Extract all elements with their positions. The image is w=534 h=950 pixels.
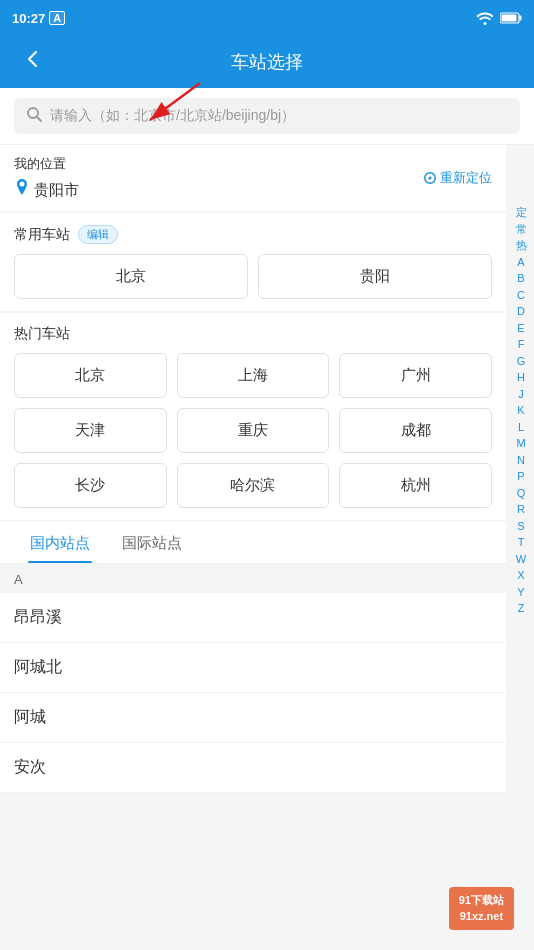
- page-title: 车站选择: [231, 50, 303, 74]
- alpha-chang[interactable]: 常: [510, 221, 532, 238]
- relocate-button[interactable]: 重新定位: [423, 169, 492, 187]
- alphabet-index: 定 常 热 A B C D E F G H J K L M N P Q R S …: [508, 200, 534, 621]
- status-bar: 10:27 A: [0, 0, 534, 36]
- hot-station-hangzhou[interactable]: 杭州: [339, 463, 492, 508]
- alpha-h[interactable]: H: [510, 369, 532, 386]
- alpha-x[interactable]: X: [510, 567, 532, 584]
- common-station-guiyang[interactable]: 贵阳: [258, 254, 492, 299]
- status-bar-right: [476, 11, 522, 25]
- hot-station-changsha[interactable]: 长沙: [14, 463, 167, 508]
- tab-international[interactable]: 国际站点: [106, 522, 198, 563]
- svg-rect-2: [502, 15, 517, 22]
- alpha-d[interactable]: D: [510, 303, 532, 320]
- status-a-icon: A: [49, 11, 65, 25]
- search-placeholder[interactable]: 请输入（如：北京市/北京站/beijing/bj）: [50, 107, 295, 125]
- hot-station-chongqing[interactable]: 重庆: [177, 408, 330, 453]
- alpha-k[interactable]: K: [510, 402, 532, 419]
- common-stations-header: 常用车站 编辑: [14, 225, 492, 244]
- alpha-c[interactable]: C: [510, 287, 532, 304]
- alpha-b[interactable]: B: [510, 270, 532, 287]
- alpha-a[interactable]: A: [510, 254, 532, 271]
- my-location-section: 我的位置 贵阳市 重新定位: [0, 145, 506, 211]
- main-content: 我的位置 贵阳市 重新定位 常用车站 编辑 北京: [0, 145, 534, 793]
- alpha-w[interactable]: W: [510, 551, 532, 568]
- tabs-section: 国内站点 国际站点: [0, 522, 506, 564]
- location-icon: [14, 179, 30, 201]
- hot-station-shanghai[interactable]: 上海: [177, 353, 330, 398]
- my-city: 贵阳市: [34, 181, 79, 200]
- wifi-icon: [476, 11, 494, 25]
- hot-stations-title: 热门车站: [14, 325, 70, 343]
- tab-domestic[interactable]: 国内站点: [14, 522, 106, 563]
- alpha-ding[interactable]: 定: [510, 204, 532, 221]
- alpha-t[interactable]: T: [510, 534, 532, 551]
- watermark-line2: 91xz.net: [459, 909, 504, 924]
- hot-station-tianjin[interactable]: 天津: [14, 408, 167, 453]
- header: 车站选择: [0, 36, 534, 88]
- my-location-value: 贵阳市: [14, 179, 79, 201]
- alpha-g[interactable]: G: [510, 353, 532, 370]
- watermark-line1: 91下载站: [459, 893, 504, 908]
- alpha-l[interactable]: L: [510, 419, 532, 436]
- watermark: 91下载站 91xz.net: [449, 887, 514, 930]
- search-bar[interactable]: 请输入（如：北京市/北京站/beijing/bj）: [14, 98, 520, 134]
- common-stations-title: 常用车站: [14, 226, 70, 244]
- hot-station-harbin[interactable]: 哈尔滨: [177, 463, 330, 508]
- hot-station-chengdu[interactable]: 成都: [339, 408, 492, 453]
- svg-line-4: [37, 117, 41, 121]
- alpha-s[interactable]: S: [510, 518, 532, 535]
- list-item-achengbei[interactable]: 阿城北: [0, 643, 506, 693]
- alpha-e[interactable]: E: [510, 320, 532, 337]
- my-location-label: 我的位置: [14, 155, 79, 173]
- svg-rect-1: [520, 16, 522, 21]
- edit-badge[interactable]: 编辑: [78, 225, 118, 244]
- alpha-q[interactable]: Q: [510, 485, 532, 502]
- alpha-z[interactable]: Z: [510, 600, 532, 617]
- hot-stations-grid: 北京 上海 广州 天津 重庆 成都 长沙 哈尔滨 杭州: [14, 353, 492, 508]
- back-button[interactable]: [14, 44, 52, 80]
- alpha-f[interactable]: F: [510, 336, 532, 353]
- common-stations-section: 常用车站 编辑 北京 贵阳: [0, 213, 506, 311]
- hot-stations-section: 热门车站 北京 上海 广州 天津 重庆 成都 长沙 哈尔滨 杭州: [0, 313, 506, 520]
- hot-stations-header: 热门车站: [14, 325, 492, 343]
- status-time: 10:27: [12, 11, 45, 26]
- battery-icon: [500, 12, 522, 24]
- list-group-a-header: A: [0, 566, 506, 593]
- list-item-anci[interactable]: 安次: [0, 743, 506, 793]
- common-station-beijing[interactable]: 北京: [14, 254, 248, 299]
- relocate-label[interactable]: 重新定位: [440, 169, 492, 187]
- hot-station-guangzhou[interactable]: 广州: [339, 353, 492, 398]
- alpha-y[interactable]: Y: [510, 584, 532, 601]
- hot-station-beijing[interactable]: 北京: [14, 353, 167, 398]
- alpha-re[interactable]: 热: [510, 237, 532, 254]
- station-list: A 昂昂溪 阿城北 阿城 安次: [0, 566, 506, 793]
- status-bar-left: 10:27 A: [12, 11, 65, 26]
- search-bar-container: 请输入（如：北京市/北京站/beijing/bj）: [0, 88, 534, 145]
- alpha-m[interactable]: M: [510, 435, 532, 452]
- svg-point-7: [429, 177, 432, 180]
- alpha-r[interactable]: R: [510, 501, 532, 518]
- my-location-left: 我的位置 贵阳市: [14, 155, 79, 201]
- alpha-n[interactable]: N: [510, 452, 532, 469]
- alpha-p[interactable]: P: [510, 468, 532, 485]
- common-stations-grid: 北京 贵阳: [14, 254, 492, 299]
- list-item-angxi[interactable]: 昂昂溪: [0, 593, 506, 643]
- list-item-acheng[interactable]: 阿城: [0, 693, 506, 743]
- alpha-j[interactable]: J: [510, 386, 532, 403]
- search-icon: [26, 106, 42, 126]
